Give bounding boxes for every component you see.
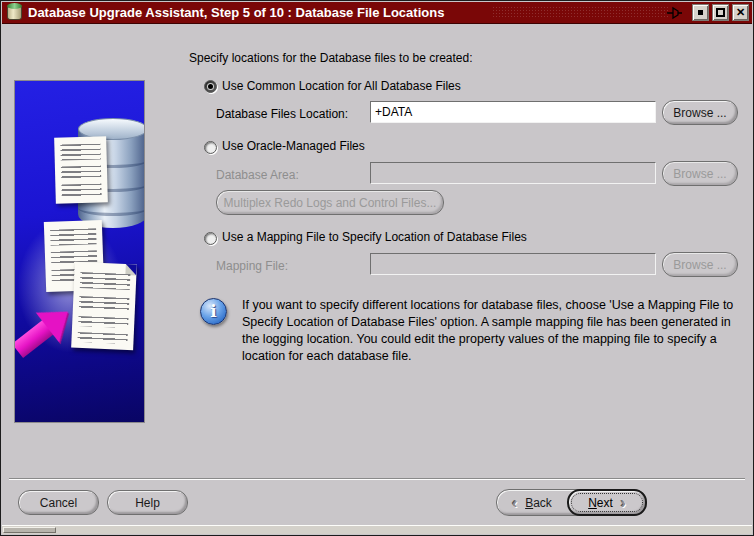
info-text: If you want to specify different locatio… [242, 297, 742, 365]
next-button-label: Next [588, 496, 613, 510]
chevron-left-icon: ‹ [512, 495, 517, 510]
info-icon: i [200, 298, 227, 325]
pushpin-icon[interactable] [666, 5, 686, 21]
database-area-label: Database Area: [216, 168, 299, 182]
footer-separator [9, 478, 745, 480]
titlebar-texture [492, 6, 668, 19]
browse-database-area-button[interactable]: Browse ... [662, 161, 738, 186]
chevron-right-icon: › [621, 495, 626, 510]
database-files-location-input[interactable] [370, 101, 656, 123]
radio-common-location-label[interactable]: Use Common Location for All Database Fil… [222, 79, 461, 93]
help-button[interactable]: Help [107, 490, 188, 515]
mapping-file-input[interactable] [370, 253, 656, 275]
page-heading: Specify locations for the Database files… [189, 51, 473, 65]
document-icon [54, 136, 108, 203]
radio-oracle-managed-label[interactable]: Use Oracle-Managed Files [222, 139, 365, 153]
status-strip [2, 525, 752, 534]
window-title: Database Upgrade Assistant, Step 5 of 10… [28, 5, 444, 20]
radio-mapping-file[interactable] [204, 232, 217, 245]
minimize-icon [698, 10, 703, 15]
browse-mapping-file-button[interactable]: Browse ... [662, 252, 738, 277]
database-app-icon [7, 5, 22, 20]
back-next-group: ‹ Back Next › [496, 489, 647, 516]
titlebar[interactable]: Database Upgrade Assistant, Step 5 of 10… [2, 2, 752, 24]
cancel-button[interactable]: Cancel [18, 490, 99, 515]
back-button[interactable]: ‹ Back [497, 490, 567, 515]
radio-oracle-managed[interactable] [204, 141, 217, 154]
multiplex-redo-logs-button[interactable]: Multiplex Redo Logs and Control Files... [216, 190, 444, 215]
minimize-button[interactable] [692, 4, 709, 21]
maximize-icon [716, 8, 725, 17]
database-area-input[interactable] [370, 162, 656, 184]
close-button[interactable]: ✕ [732, 4, 749, 21]
next-button[interactable]: Next › [567, 489, 647, 516]
mapping-file-label: Mapping File: [216, 259, 288, 273]
maximize-button[interactable] [712, 4, 729, 21]
radio-mapping-file-label[interactable]: Use a Mapping File to Specify Location o… [222, 230, 527, 244]
browse-common-button[interactable]: Browse ... [662, 100, 738, 125]
resize-grip[interactable] [3, 527, 56, 533]
close-icon: ✕ [736, 7, 745, 18]
back-button-label: Back [525, 496, 552, 510]
database-files-location-label: Database Files Location: [216, 107, 348, 121]
dua-wizard-window: Database Upgrade Assistant, Step 5 of 10… [0, 0, 754, 536]
radio-common-location[interactable] [204, 80, 217, 93]
wizard-art-panel [15, 81, 144, 422]
